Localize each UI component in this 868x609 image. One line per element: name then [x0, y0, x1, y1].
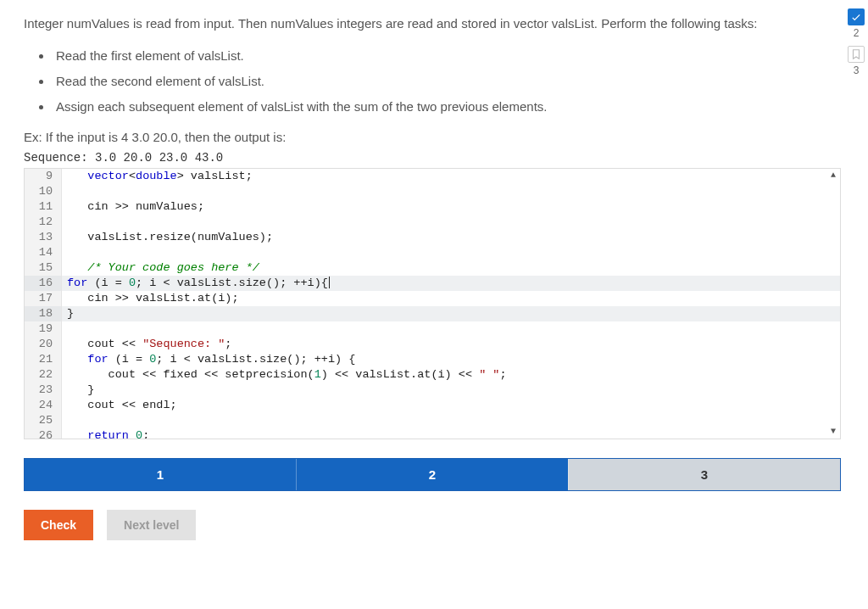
tab-level-3[interactable]: 3 [568, 459, 840, 490]
code-editor[interactable]: 9 vector<double> valsList;1011 cin >> nu… [24, 168, 841, 439]
task-item: Assign each subsequent element of valsLi… [53, 94, 841, 120]
code-content[interactable]: } [62, 383, 840, 398]
next-level-button: Next level [107, 510, 196, 540]
check-button[interactable]: Check [24, 510, 93, 540]
line-number: 16 [25, 276, 62, 291]
code-content[interactable]: cout << "Sequence: "; [62, 337, 840, 352]
code-content[interactable]: for (i = 0; i < valsList.size(); ++i){ [62, 276, 840, 291]
code-line[interactable]: 25 [25, 413, 840, 428]
indicator-count-top: 2 [846, 27, 866, 39]
line-number: 14 [25, 245, 62, 260]
line-number: 23 [25, 383, 62, 398]
code-line[interactable]: 9 vector<double> valsList; [25, 169, 840, 184]
indicator-count-bottom: 3 [846, 64, 866, 76]
code-content[interactable]: } [62, 306, 840, 321]
code-line[interactable]: 22 cout << fixed << setprecision(1) << v… [25, 367, 840, 383]
tab-level-1[interactable]: 1 [25, 459, 296, 490]
scroll-down-icon[interactable]: ▼ [826, 425, 840, 439]
code-line[interactable]: 19 [25, 321, 840, 337]
code-content[interactable]: cout << fixed << setprecision(1) << vals… [62, 367, 840, 383]
code-content[interactable]: valsList.resize(numValues); [62, 230, 840, 245]
code-line[interactable]: 14 [25, 245, 840, 260]
line-number: 15 [25, 260, 62, 276]
line-number: 11 [25, 199, 62, 215]
level-tabs: 123 [24, 458, 841, 491]
task-item: Read the first element of valsList. [53, 43, 841, 69]
code-content[interactable] [62, 245, 840, 260]
code-line[interactable]: 20 cout << "Sequence: "; [25, 337, 840, 352]
code-line[interactable]: 23 } [25, 383, 840, 398]
code-line[interactable]: 26 return 0; [25, 428, 840, 439]
code-content[interactable]: /* Your code goes here */ [62, 260, 840, 276]
line-number: 18 [25, 306, 62, 321]
example-label: Ex: If the input is 4 3.0 20.0, then the… [24, 130, 841, 144]
bookmark-icon[interactable] [848, 46, 865, 63]
code-line[interactable]: 24 cout << endl; [25, 398, 840, 413]
code-content[interactable]: for (i = 0; i < valsList.size(); ++i) { [62, 352, 840, 367]
line-number: 26 [25, 428, 62, 439]
progress-indicators: 2 3 [846, 8, 866, 83]
code-content[interactable] [62, 215, 840, 230]
line-number: 10 [25, 184, 62, 199]
code-line[interactable]: 10 [25, 184, 840, 199]
code-line[interactable]: 13 valsList.resize(numValues); [25, 230, 840, 245]
code-content[interactable] [62, 184, 840, 199]
check-icon [848, 8, 865, 25]
line-number: 21 [25, 352, 62, 367]
code-line[interactable]: 16for (i = 0; i < valsList.size(); ++i){ [25, 276, 840, 291]
code-content[interactable]: cin >> valsList.at(i); [62, 291, 840, 306]
line-number: 24 [25, 398, 62, 413]
code-line[interactable]: 11 cin >> numValues; [25, 199, 840, 215]
code-content[interactable] [62, 413, 840, 428]
code-line[interactable]: 15 /* Your code goes here */ [25, 260, 840, 276]
line-number: 12 [25, 215, 62, 230]
scrollbar[interactable]: ▲ ▼ [826, 169, 840, 439]
problem-intro: Integer numValues is read from input. Th… [24, 13, 841, 35]
line-number: 13 [25, 230, 62, 245]
line-number: 9 [25, 169, 62, 184]
code-content[interactable]: cin >> numValues; [62, 199, 840, 215]
line-number: 25 [25, 413, 62, 428]
example-output: Sequence: 3.0 20.0 23.0 43.0 [24, 151, 841, 165]
code-content[interactable]: return 0; [62, 428, 840, 439]
text-caret [329, 277, 330, 288]
tab-level-2[interactable]: 2 [296, 459, 568, 490]
code-content[interactable]: cout << endl; [62, 398, 840, 413]
line-number: 19 [25, 321, 62, 337]
line-number: 22 [25, 367, 62, 383]
code-line[interactable]: 17 cin >> valsList.at(i); [25, 291, 840, 306]
code-content[interactable] [62, 321, 840, 337]
task-item: Read the second element of valsList. [53, 69, 841, 94]
task-list: Read the first element of valsList. Read… [53, 43, 841, 120]
code-line[interactable]: 12 [25, 215, 840, 230]
code-line[interactable]: 21 for (i = 0; i < valsList.size(); ++i)… [25, 352, 840, 367]
code-content[interactable]: vector<double> valsList; [62, 169, 840, 184]
scroll-up-icon[interactable]: ▲ [826, 169, 840, 182]
line-number: 17 [25, 291, 62, 306]
code-line[interactable]: 18} [25, 306, 840, 321]
line-number: 20 [25, 337, 62, 352]
